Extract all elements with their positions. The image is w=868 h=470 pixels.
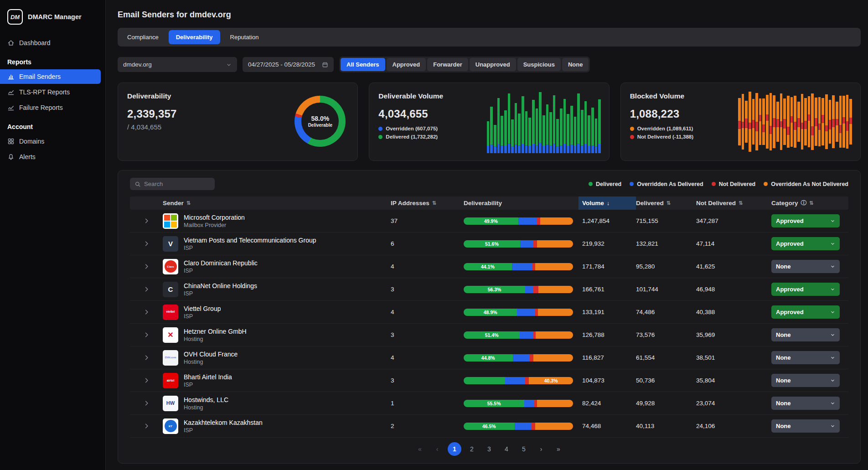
deliverability-percent-label: 44.8% xyxy=(481,355,495,361)
tab-compliance[interactable]: Compliance xyxy=(120,30,166,44)
date-range-picker[interactable]: 04/27/2025 - 05/28/2025 xyxy=(243,57,334,72)
legend-label: Overridden As Delivered xyxy=(637,181,703,187)
sidebar-item-email-senders[interactable]: Email Senders xyxy=(0,69,101,84)
row-expand-button[interactable] xyxy=(130,400,163,407)
not-delivered-value: 38,501 xyxy=(696,354,771,361)
page-first[interactable]: « xyxy=(413,442,427,456)
tab-deliverability[interactable]: Deliverability xyxy=(169,30,220,44)
volume-bar xyxy=(570,92,573,153)
ip-count: 4 xyxy=(391,263,464,270)
category-select[interactable]: None xyxy=(771,374,840,387)
page-1[interactable]: 1 xyxy=(448,442,461,456)
category-select[interactable]: Approved xyxy=(771,283,840,296)
page-prev[interactable]: ‹ xyxy=(430,442,444,456)
page-last[interactable]: » xyxy=(552,442,565,456)
row-expand-button[interactable] xyxy=(130,331,163,338)
filter-button-none[interactable]: None xyxy=(562,58,589,71)
blocked-bar xyxy=(825,90,828,153)
page-next[interactable]: › xyxy=(534,442,548,456)
sender-name: Kazakhtelekom Kazakhstan xyxy=(184,419,263,426)
column-header-delivered[interactable]: Delivered⇅ xyxy=(636,196,696,210)
overridden-segment xyxy=(849,99,852,118)
page-3[interactable]: 3 xyxy=(482,442,496,456)
overridden-segment xyxy=(494,146,496,153)
deliverability-bar: 44.8% xyxy=(464,354,573,362)
column-header-sender[interactable]: Sender⇅ xyxy=(163,196,391,210)
volume-bar xyxy=(563,92,566,153)
delivered-value: 73,576 xyxy=(636,331,696,338)
sort-icon: ⇅ xyxy=(432,200,436,206)
domain-select[interactable]: dmdev.org xyxy=(118,57,237,72)
category-select[interactable]: Approved xyxy=(771,305,840,319)
sidebar-item-alerts[interactable]: Alerts xyxy=(0,150,101,164)
category-value: None xyxy=(776,423,791,429)
overridden-segment xyxy=(759,98,762,115)
overridden-segment xyxy=(556,146,559,153)
category-select[interactable]: None xyxy=(771,328,840,341)
delivered-segment: 44.8% xyxy=(464,354,513,362)
sidebar-item-domains[interactable]: Domains xyxy=(0,134,101,149)
sender-names: Hostwinds, LLCHosting xyxy=(184,396,228,411)
search-input[interactable] xyxy=(144,181,210,187)
tab-reputation[interactable]: Reputation xyxy=(223,30,266,44)
volume-bar xyxy=(598,92,601,153)
category-select[interactable]: None xyxy=(771,397,840,410)
legend-label: Overridden (607,075) xyxy=(386,126,438,131)
legend-dot xyxy=(378,135,382,139)
column-header-not-delivered[interactable]: Not Delivered⇅ xyxy=(696,196,771,210)
column-header-deliverability[interactable]: Deliverability xyxy=(464,196,582,210)
page-5[interactable]: 5 xyxy=(517,442,531,456)
volume-bar xyxy=(549,92,552,153)
overridden-delivered-segment xyxy=(515,423,531,430)
row-expand-button[interactable] xyxy=(130,354,163,361)
row-expand-button[interactable] xyxy=(130,263,163,270)
sidebar-item-failure-reports[interactable]: Failure Reports xyxy=(0,100,101,115)
row-expand-button[interactable] xyxy=(130,309,163,315)
volume-bar xyxy=(528,92,531,153)
not-delivered-segment xyxy=(535,309,538,316)
column-header-category[interactable]: Categoryⓘ⇅ xyxy=(771,196,848,210)
sender-type: Hosting xyxy=(184,336,247,342)
not-delivered-segment xyxy=(832,119,835,127)
not-delivered-segment xyxy=(787,127,790,135)
column-header-ip-addresses[interactable]: IP Addresses⇅ xyxy=(391,196,464,210)
blocked-bar xyxy=(804,90,807,153)
page-4[interactable]: 4 xyxy=(500,442,513,456)
overridden-segment xyxy=(815,98,817,119)
row-expand-button[interactable] xyxy=(130,377,163,384)
category-select[interactable]: None xyxy=(771,260,840,273)
sidebar-item-dashboard[interactable]: Dashboard xyxy=(0,36,101,50)
column-header-volume[interactable]: Volume↓ xyxy=(579,196,636,210)
blocked-volume-chart xyxy=(738,90,852,153)
delivered-segment xyxy=(598,99,601,144)
volume-bar xyxy=(508,92,511,153)
filter-button-all-senders[interactable]: All Senders xyxy=(341,58,385,71)
overridden-segment xyxy=(745,128,748,143)
blocked-bar xyxy=(797,90,800,153)
delivered-segment xyxy=(497,98,500,144)
sender-name: Viettel Group xyxy=(184,305,221,312)
sender-type: ISP xyxy=(184,290,257,297)
sender-cell: VVietnam Posts and Telecommunications Gr… xyxy=(163,236,391,252)
category-select[interactable]: None xyxy=(771,419,840,433)
not-delivered-segment xyxy=(815,118,817,126)
overridden-not-delivered-segment xyxy=(535,423,573,430)
category-select[interactable]: None xyxy=(771,351,840,364)
filter-button-unapproved[interactable]: Unapproved xyxy=(470,58,516,71)
overridden-segment xyxy=(825,131,828,149)
overridden-segment xyxy=(801,129,804,150)
sidebar-item-tls-rpt-reports[interactable]: TLS-RPT Reports xyxy=(0,85,101,99)
row-expand-button[interactable] xyxy=(130,240,163,247)
category-select[interactable]: Approved xyxy=(771,214,840,227)
row-expand-button[interactable] xyxy=(130,423,163,429)
overridden-segment xyxy=(759,121,762,145)
ip-count: 6 xyxy=(391,240,464,247)
page-2[interactable]: 2 xyxy=(465,442,479,456)
volume-bar xyxy=(504,92,507,153)
row-expand-button[interactable] xyxy=(130,217,163,224)
category-select[interactable]: Approved xyxy=(771,237,840,250)
filter-button-suspicious[interactable]: Suspicious xyxy=(517,58,561,71)
row-expand-button[interactable] xyxy=(130,286,163,293)
filter-button-forwarder[interactable]: Forwarder xyxy=(427,58,468,71)
filter-button-approved[interactable]: Approved xyxy=(387,58,426,71)
